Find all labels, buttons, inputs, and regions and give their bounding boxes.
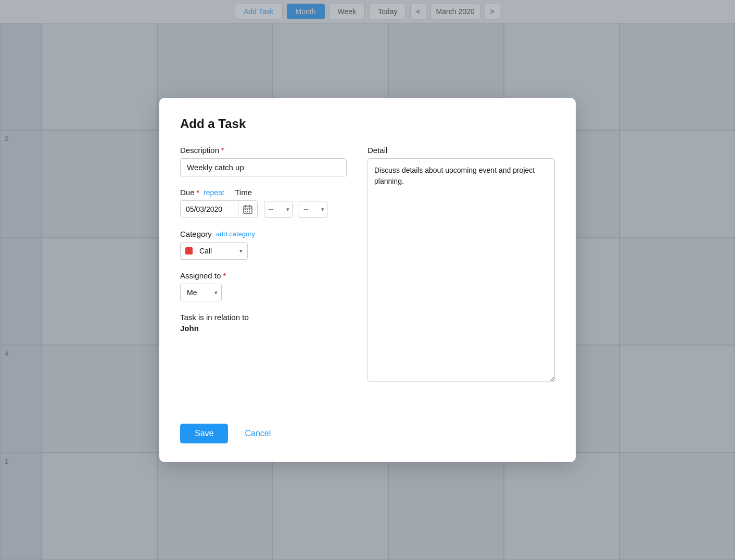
category-label-row: Category add category <box>180 230 347 238</box>
due-date-input[interactable] <box>181 201 238 218</box>
calendar-icon <box>243 205 252 214</box>
time-hours-select[interactable]: -- <box>264 201 293 218</box>
detail-textarea[interactable]: Discuss details about upcoming event and… <box>367 158 555 382</box>
assigned-field-group: Assigned to* Me Other ▾ <box>180 271 347 301</box>
category-field-group: Category add category Call Meeting Email… <box>180 230 347 260</box>
description-required-star: * <box>221 146 224 155</box>
svg-rect-6 <box>249 209 250 210</box>
due-time-row: -- -- <box>180 200 347 218</box>
add-task-modal: Add a Task Description* Due* repeat <box>159 98 576 462</box>
calendar-icon-button[interactable] <box>238 201 257 218</box>
category-select-wrapper: Call Meeting Email ▾ <box>180 242 248 260</box>
svg-rect-9 <box>249 211 250 212</box>
save-button[interactable]: Save <box>180 424 228 443</box>
description-input[interactable] <box>180 158 347 176</box>
assigned-label-row: Assigned to* <box>180 271 347 280</box>
time-label-text: Time <box>235 188 252 197</box>
category-label-text: Category <box>180 230 212 238</box>
relation-field-group: Task is in relation to John <box>180 313 347 333</box>
svg-rect-8 <box>247 211 248 212</box>
relation-label: Task is in relation to <box>180 313 347 322</box>
due-required-star: * <box>197 188 199 197</box>
modal-left-column: Description* Due* repeat Time <box>180 146 347 407</box>
assigned-select[interactable]: Me Other <box>180 284 222 301</box>
svg-rect-5 <box>247 209 248 210</box>
description-label-text: Description <box>180 146 219 155</box>
assigned-label-text: Assigned to <box>180 271 221 280</box>
time-mins-select[interactable]: -- <box>299 201 327 218</box>
modal-overlay: Add a Task Description* Due* repeat <box>0 0 735 560</box>
cancel-button[interactable]: Cancel <box>236 424 279 443</box>
modal-body: Description* Due* repeat Time <box>180 146 555 407</box>
description-field-group: Description* <box>180 146 347 176</box>
relation-value: John <box>180 324 347 333</box>
modal-title: Add a Task <box>180 117 555 131</box>
detail-label: Detail <box>367 146 555 155</box>
svg-rect-7 <box>245 211 246 212</box>
modal-footer: Save Cancel <box>180 424 555 443</box>
due-label-text: Due <box>180 188 195 197</box>
svg-rect-4 <box>245 209 246 210</box>
add-category-link[interactable]: add category <box>216 230 255 238</box>
due-label-row: Due* repeat Time <box>180 188 347 197</box>
assigned-required-star: * <box>223 272 225 280</box>
description-label: Description* <box>180 146 347 155</box>
due-field-group: Due* repeat Time <box>180 188 347 218</box>
repeat-link[interactable]: repeat <box>204 188 224 197</box>
date-input-wrapper <box>180 200 258 218</box>
time-hours-wrapper: -- <box>264 201 293 218</box>
modal-right-column: Detail Discuss details about upcoming ev… <box>367 146 555 407</box>
time-mins-wrapper: -- <box>299 201 327 218</box>
assigned-select-wrapper: Me Other ▾ <box>180 284 222 301</box>
category-select[interactable]: Call Meeting Email <box>180 242 248 260</box>
